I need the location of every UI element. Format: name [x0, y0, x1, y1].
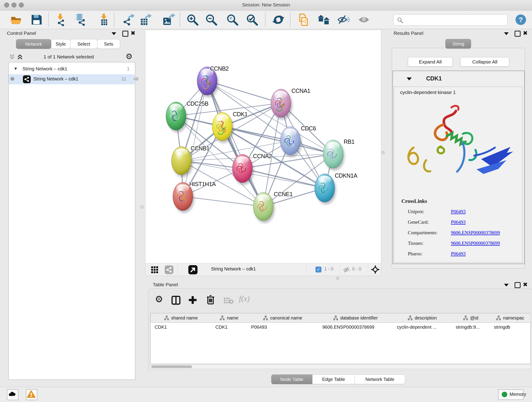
control-panel-menu-caret[interactable]: [112, 32, 116, 35]
open-session-icon[interactable]: [10, 13, 22, 26]
network-graph[interactable]: CCNB2CCNA1CDC25BCDK1CDC6RB1CCNB1CCNA2CDK…: [146, 30, 381, 263]
control-panel-close-button[interactable]: ✖: [131, 31, 135, 36]
import-network-database-icon[interactable]: [74, 13, 87, 26]
right-splitter-handle[interactable]: [381, 151, 385, 154]
crosslink-link[interactable]: P06493: [451, 209, 466, 215]
zoom-out-icon[interactable]: [205, 13, 218, 26]
table-panel-float-button[interactable]: [515, 282, 520, 288]
grid-view-icon[interactable]: [151, 266, 158, 274]
crosslink-link[interactable]: 9606.ENSP00000378699: [451, 230, 500, 236]
column-header-shared-name[interactable]: shared name: [151, 313, 211, 322]
column-header-description[interactable]: description: [393, 313, 452, 322]
network-edge[interactable]: [183, 196, 263, 206]
add-column-icon[interactable]: [188, 295, 197, 305]
table-scrollbar-thumb[interactable]: [151, 365, 192, 368]
hidden-eye-slash-icon[interactable]: [342, 266, 350, 273]
refresh-view-icon[interactable]: [272, 13, 285, 26]
tab-network-table[interactable]: Network Table: [355, 375, 405, 384]
bottom-splitter-handle[interactable]: [336, 277, 339, 280]
table-cell[interactable]: stringdb:9...: [452, 322, 490, 332]
left-splitter-handle[interactable]: [140, 205, 144, 209]
clone-network-icon[interactable]: [297, 13, 310, 26]
collapse-all-button[interactable]: Collapse All: [460, 57, 509, 67]
node-label-CDC25B: CDC25B: [186, 100, 209, 107]
crosslink-link[interactable]: P06493: [451, 219, 466, 225]
network-node-CCNA1[interactable]: CCNA1: [271, 88, 310, 120]
fit-content-crosshair-icon[interactable]: [371, 265, 380, 274]
table-cell[interactable]: cyclin-dependent ...: [393, 322, 452, 332]
network-share-icon[interactable]: [165, 265, 173, 274]
birds-eye-view-icon[interactable]: [188, 265, 197, 274]
selected-checkbox-icon[interactable]: ✓: [316, 267, 322, 273]
tab-select[interactable]: Select: [70, 39, 97, 49]
table-settings-gear-icon[interactable]: ⚙: [155, 294, 163, 304]
node-label-CCNA2: CCNA2: [253, 153, 272, 159]
network-options-gear-icon[interactable]: ⚙: [126, 52, 133, 61]
table-horizontal-scrollbar[interactable]: [150, 365, 531, 368]
column-header-label: description: [415, 315, 437, 321]
column-header-namespac[interactable]: namespac: [490, 313, 531, 322]
table-panel-close-button[interactable]: ✖: [523, 282, 528, 287]
tab-edge-table[interactable]: Edge Table: [312, 375, 355, 384]
network-node-RB1[interactable]: RB1: [323, 138, 355, 171]
network-row-selected[interactable]: String Network – cdk1 11 48: [9, 74, 134, 84]
crosslink-link[interactable]: 9606.ENSP00000378699: [451, 240, 500, 246]
import-network-file-icon[interactable]: [54, 13, 67, 26]
network-node-HIST1H1A[interactable]: HIST1H1A: [173, 181, 216, 213]
delete-column-icon[interactable]: [206, 295, 215, 305]
network-edge[interactable]: [222, 127, 333, 154]
tab-node-table[interactable]: Node Table: [271, 375, 312, 384]
zoom-fit-icon[interactable]: [226, 13, 239, 26]
export-image-icon[interactable]: [162, 13, 175, 26]
search-input[interactable]: [405, 16, 505, 24]
results-panel-close-button[interactable]: ✖: [523, 31, 528, 36]
show-columns-icon[interactable]: [171, 296, 181, 305]
network-edge[interactable]: [207, 81, 263, 206]
gene-section-caret[interactable]: [407, 77, 412, 80]
column-header-database-identifier[interactable]: database identifier: [318, 313, 393, 322]
table-cell[interactable]: CDK1: [211, 322, 247, 332]
column-header-name[interactable]: name: [211, 313, 247, 322]
help-button[interactable]: ?: [515, 14, 526, 25]
network-collection-row[interactable]: ▼ String Network – cdk1 1: [9, 64, 134, 74]
results-panel-menu-caret[interactable]: [504, 32, 509, 35]
crosslink-link[interactable]: P06493: [451, 251, 466, 257]
table-panel-menu-caret[interactable]: [504, 284, 509, 287]
column-header--id[interactable]: @id: [452, 313, 490, 322]
tree-expand-caret[interactable]: ▼: [14, 66, 18, 71]
first-neighbors-icon[interactable]: [317, 13, 330, 26]
network-node-CCNE1[interactable]: CCNE1: [253, 191, 293, 223]
results-panel-float-button[interactable]: [515, 31, 520, 37]
import-table-icon[interactable]: [97, 13, 110, 26]
warnings-button[interactable]: [26, 389, 37, 400]
tab-sets[interactable]: Sets: [97, 39, 120, 49]
table-cell[interactable]: stringdb: [490, 322, 530, 332]
tab-string[interactable]: String: [445, 39, 471, 49]
table-cell[interactable]: CDK1: [151, 322, 211, 332]
show-all-icon[interactable]: [357, 13, 370, 26]
zoom-selected-icon[interactable]: [246, 13, 259, 26]
export-network-icon[interactable]: [122, 13, 135, 26]
column-header-canonical-name[interactable]: canonical name: [247, 313, 318, 322]
network-node-CCNB2[interactable]: CCNB2: [197, 65, 229, 97]
tab-style[interactable]: Style: [51, 39, 70, 49]
tab-network[interactable]: Network: [16, 39, 51, 49]
hide-selected-icon[interactable]: [337, 13, 350, 26]
cloud-status-button[interactable]: [7, 389, 18, 400]
search-field[interactable]: [393, 14, 507, 26]
zoom-in-icon[interactable]: [186, 13, 199, 26]
table-cell[interactable]: P06493: [247, 322, 318, 332]
memory-button[interactable]: Memory: [498, 389, 524, 400]
control-panel-float-button[interactable]: [122, 31, 128, 37]
expand-all-icon[interactable]: [17, 53, 23, 60]
network-node-CDKN1A[interactable]: CDKN1A: [315, 172, 357, 204]
network-node-CCNB1[interactable]: CCNB1: [171, 145, 209, 177]
export-table-icon[interactable]: [139, 13, 152, 26]
table-cell[interactable]: 9606.ENSP00000378699: [318, 322, 393, 332]
collapse-all-icon[interactable]: [9, 53, 16, 60]
network-edge[interactable]: [183, 81, 207, 196]
toolbar-divider: [114, 12, 114, 27]
network-canvas[interactable]: CCNB2CCNA1CDC25BCDK1CDC6RB1CCNB1CCNA2CDK…: [145, 30, 381, 264]
save-session-icon[interactable]: [30, 13, 43, 26]
expand-all-button[interactable]: Expand All: [408, 57, 453, 67]
